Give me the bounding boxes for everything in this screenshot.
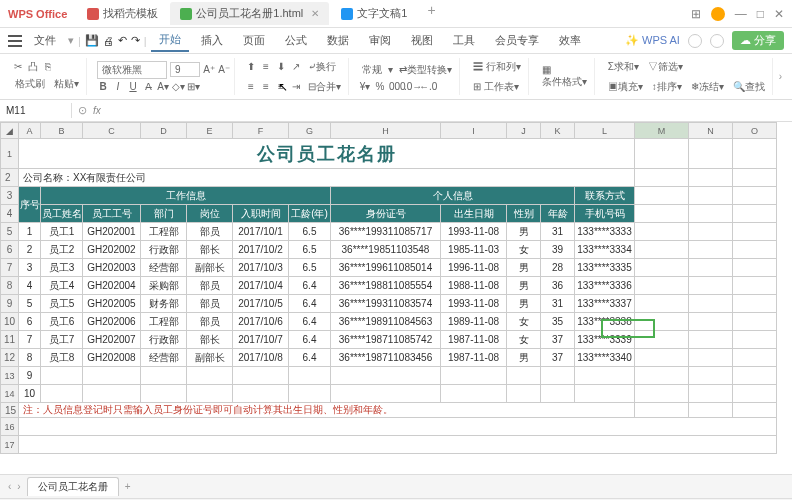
hdr-seq[interactable]: 序号 <box>19 187 41 223</box>
border-icon[interactable]: ⊞▾ <box>187 81 199 93</box>
freeze-button[interactable]: ❄冻结▾ <box>688 78 727 96</box>
filter-button[interactable]: ▽筛选▾ <box>645 58 686 76</box>
row-10[interactable]: 10 <box>1 313 19 331</box>
sort-button[interactable]: ↕排序▾ <box>649 78 685 96</box>
table-row[interactable]: 5 1员工1GH202001工程部部员 2017/10/16.536****19… <box>1 223 777 241</box>
menu-view[interactable]: 视图 <box>403 30 441 51</box>
row-5[interactable]: 5 <box>1 223 19 241</box>
align-center-icon[interactable]: ≡ <box>260 81 272 93</box>
align-top-icon[interactable]: ⬆ <box>245 61 257 73</box>
name-box[interactable]: M11 <box>0 103 72 118</box>
notification-icon[interactable] <box>711 7 725 21</box>
close-icon[interactable]: ✕ <box>311 8 319 19</box>
table-row[interactable]: 10 6员工6GH202006工程部部员 2017/10/66.436****1… <box>1 313 777 331</box>
company-cell[interactable]: 公司名称：XX有限责任公司 <box>19 169 635 187</box>
menu-file[interactable]: 文件 <box>26 30 64 51</box>
search-icon[interactable] <box>688 34 702 48</box>
inc-font-icon[interactable]: A⁺ <box>203 64 215 76</box>
col-M[interactable]: M <box>635 123 689 139</box>
indent-icon[interactable]: ⇥ <box>290 81 302 93</box>
menu-icon[interactable]: ⊞ <box>691 7 701 21</box>
print-icon[interactable]: 🖨 <box>103 35 114 47</box>
row-15[interactable]: 15 <box>1 403 19 418</box>
row-6[interactable]: 6 <box>1 241 19 259</box>
percent-icon[interactable]: % <box>374 81 386 93</box>
table-row[interactable]: 7 3员工3GH202003经营部副部长 2017/10/36.536****1… <box>1 259 777 277</box>
cloud-icon[interactable] <box>710 34 724 48</box>
wps-ai-button[interactable]: ✨ WPS AI <box>625 34 680 47</box>
tab-next-icon[interactable]: › <box>17 481 20 492</box>
sheet-tab[interactable]: 公司员工花名册 <box>27 477 119 496</box>
find-button[interactable]: 🔍查找 <box>730 78 768 96</box>
dec-dec-icon[interactable]: ←.0 <box>419 81 431 93</box>
fill-button[interactable]: ▣填充▾ <box>605 78 646 96</box>
comma-icon[interactable]: 000 <box>389 81 401 93</box>
undo-icon[interactable]: ↶ <box>118 34 127 47</box>
menu-data[interactable]: 数据 <box>319 30 357 51</box>
hdr-personal[interactable]: 个人信息 <box>331 187 575 205</box>
cond-format-button[interactable]: ▦条件格式▾ <box>539 62 590 91</box>
col-E[interactable]: E <box>187 123 233 139</box>
row-3[interactable]: 3 <box>1 187 19 205</box>
col-L[interactable]: L <box>575 123 635 139</box>
table-row[interactable]: 6 2员工2GH202002行政部部长 2017/10/26.536****19… <box>1 241 777 259</box>
hamburger-icon[interactable] <box>8 35 22 47</box>
redo-icon[interactable]: ↷ <box>131 34 140 47</box>
row-7[interactable]: 7 <box>1 259 19 277</box>
note-cell[interactable]: 注：人员信息登记时只需输入员工身份证号即可自动计算其出生日期、性别和年龄。 <box>19 403 635 418</box>
dec-font-icon[interactable]: A⁻ <box>218 64 230 76</box>
col-B[interactable]: B <box>41 123 83 139</box>
add-sheet-icon[interactable]: + <box>125 481 131 492</box>
tab-templates[interactable]: 找稻壳模板 <box>77 2 168 25</box>
col-G[interactable]: G <box>289 123 331 139</box>
row-13[interactable]: 13 <box>1 367 19 385</box>
col-N[interactable]: N <box>689 123 733 139</box>
row-2[interactable]: 2 <box>1 169 19 187</box>
bold-icon[interactable]: B <box>97 81 109 93</box>
row-9[interactable]: 9 <box>1 295 19 313</box>
sheet-title[interactable]: 公司员工花名册 <box>19 139 635 169</box>
size-select[interactable]: 9 <box>170 62 200 77</box>
col-A[interactable]: A <box>19 123 41 139</box>
tab-prev-icon[interactable]: ‹ <box>8 481 11 492</box>
table-row[interactable]: 12 8员工8GH202008经营部副部长 2017/10/86.436****… <box>1 349 777 367</box>
spreadsheet[interactable]: ◢ A B C D E F G H I J K L M N O 1公司员工花名册… <box>0 122 777 454</box>
share-button[interactable]: ☁ 分享 <box>732 31 784 50</box>
menu-review[interactable]: 审阅 <box>361 30 399 51</box>
underline-icon[interactable]: U <box>127 81 139 93</box>
type-convert[interactable]: ⇄类型转换▾ <box>396 61 455 79</box>
col-F[interactable]: F <box>233 123 289 139</box>
row-14[interactable]: 14 <box>1 385 19 403</box>
orient-icon[interactable]: ↗ <box>290 61 302 73</box>
brush-icon[interactable]: 凸 <box>27 61 39 73</box>
table-row[interactable]: 8 4员工4GH202004采购部部员 2017/10/46.436****19… <box>1 277 777 295</box>
italic-icon[interactable]: I <box>112 81 124 93</box>
row-8[interactable]: 8 <box>1 277 19 295</box>
cut-icon[interactable]: ✂ <box>12 61 24 73</box>
align-bot-icon[interactable]: ⬇ <box>275 61 287 73</box>
cancel-fx-icon[interactable]: ⊙ <box>78 104 87 117</box>
col-I[interactable]: I <box>441 123 507 139</box>
menu-formula[interactable]: 公式 <box>277 30 315 51</box>
row-col-button[interactable]: ☰ 行和列▾ <box>470 58 524 76</box>
currency-icon[interactable]: ¥▾ <box>359 81 371 93</box>
paste-button[interactable]: 粘贴▾ <box>51 75 82 93</box>
save-icon[interactable]: 💾 <box>85 34 99 47</box>
col-C[interactable]: C <box>83 123 141 139</box>
add-tab-button[interactable]: + <box>419 2 443 25</box>
col-O[interactable]: O <box>733 123 777 139</box>
col-J[interactable]: J <box>507 123 541 139</box>
sum-button[interactable]: Σ求和▾ <box>605 58 642 76</box>
tab-current[interactable]: 公司员工花名册1.html✕ <box>170 2 329 25</box>
menu-vip[interactable]: 会员专享 <box>487 30 547 51</box>
hdr-contact[interactable]: 联系方式 <box>575 187 635 205</box>
row-11[interactable]: 11 <box>1 331 19 349</box>
number-format[interactable]: 常规 <box>359 61 385 79</box>
worksheet-button[interactable]: ⊞ 工作表▾ <box>470 78 522 96</box>
row-12[interactable]: 12 <box>1 349 19 367</box>
align-left-icon[interactable]: ≡ <box>245 81 257 93</box>
sheet-area[interactable]: ◢ A B C D E F G H I J K L M N O 1公司员工花名册… <box>0 122 792 474</box>
merge-button[interactable]: ⊟合并▾ <box>305 78 344 96</box>
maximize-icon[interactable]: □ <box>757 7 764 21</box>
font-select[interactable]: 微软雅黑 <box>97 61 167 79</box>
